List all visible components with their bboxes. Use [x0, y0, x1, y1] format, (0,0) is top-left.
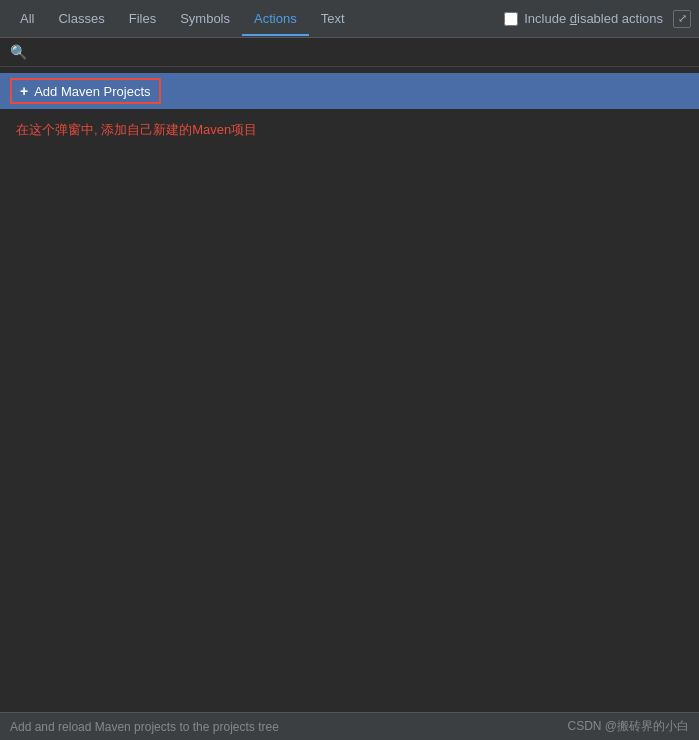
tab-symbols[interactable]: Symbols	[168, 3, 242, 36]
content-area: + Add Maven Projects 在这个弹窗中, 添加自己新建的Mave…	[0, 67, 699, 712]
include-disabled-label[interactable]: Include disabled actions	[524, 11, 663, 26]
tab-text[interactable]: Text	[309, 3, 357, 36]
result-item-inner: + Add Maven Projects	[10, 78, 161, 104]
search-icon: 🔍	[10, 44, 27, 60]
search-input[interactable]	[31, 45, 689, 60]
tab-classes[interactable]: Classes	[46, 3, 116, 36]
search-bar: 🔍	[0, 38, 699, 67]
tab-actions[interactable]: Actions	[242, 3, 309, 36]
plus-icon: +	[20, 83, 28, 99]
watermark: CSDN @搬砖界的小白	[567, 718, 689, 735]
include-disabled-checkbox[interactable]	[504, 12, 518, 26]
tab-files[interactable]: Files	[117, 3, 168, 36]
description-text: 在这个弹窗中, 添加自己新建的Maven项目	[0, 109, 699, 151]
result-item-label: Add Maven Projects	[34, 84, 150, 99]
expand-icon[interactable]: ⤢	[673, 10, 691, 28]
status-text: Add and reload Maven projects to the pro…	[10, 720, 279, 734]
tab-bar: All Classes Files Symbols Actions Text I…	[0, 0, 699, 38]
status-bar: Add and reload Maven projects to the pro…	[0, 712, 699, 740]
include-disabled-section: Include disabled actions ⤢	[504, 10, 691, 28]
main-container: All Classes Files Symbols Actions Text I…	[0, 0, 699, 740]
tab-all[interactable]: All	[8, 3, 46, 36]
result-item[interactable]: + Add Maven Projects	[0, 73, 699, 109]
